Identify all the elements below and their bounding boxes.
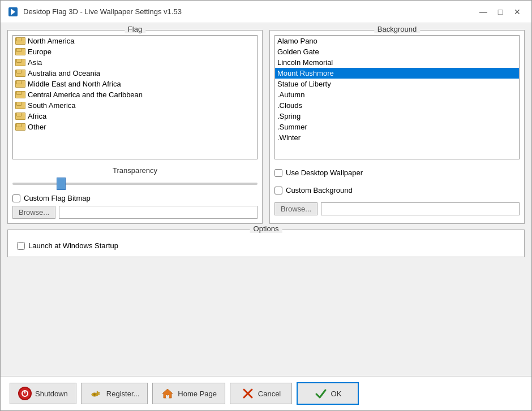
flag-item-label: Asia bbox=[28, 58, 42, 67]
flag-list-item[interactable]: Middle East and North Africa bbox=[13, 79, 257, 89]
ok-icon bbox=[314, 387, 328, 400]
folder-icon bbox=[15, 102, 24, 109]
cancel-icon bbox=[241, 387, 255, 400]
launch-startup-checkbox[interactable] bbox=[17, 242, 25, 250]
main-window: Desktop Flag 3D - Live Wallpaper Setting… bbox=[0, 0, 532, 411]
bottom-bar: Shutdown Register... bbox=[1, 376, 531, 410]
flag-list-item[interactable]: Other bbox=[13, 122, 257, 132]
use-desktop-wallpaper-checkbox[interactable] bbox=[274, 169, 282, 177]
home-icon bbox=[161, 387, 174, 400]
flag-browse-button[interactable]: Browse... bbox=[12, 206, 55, 219]
bg-list-item[interactable]: .Summer bbox=[275, 122, 519, 132]
flag-list-item[interactable]: Africa bbox=[13, 111, 257, 122]
bg-list-item[interactable]: Golden Gate bbox=[275, 46, 519, 57]
folder-icon bbox=[15, 80, 24, 88]
custom-background-label: Custom Background bbox=[286, 186, 353, 194]
bg-list-item[interactable]: .Autumn bbox=[275, 89, 519, 100]
transparency-slider-track bbox=[12, 183, 258, 185]
bg-list-item[interactable]: Mount Rushmore bbox=[275, 68, 519, 79]
bg-item-label: .Clouds bbox=[277, 101, 302, 110]
custom-flag-checkbox[interactable] bbox=[12, 194, 20, 202]
flag-item-label: Central America and the Caribbean bbox=[28, 90, 143, 99]
transparency-section: Transparency bbox=[12, 166, 258, 189]
bg-browse-input[interactable] bbox=[321, 202, 520, 215]
background-panel-label: Background bbox=[374, 25, 420, 33]
bg-browse-button[interactable]: Browse... bbox=[274, 202, 318, 215]
folder-icon bbox=[15, 70, 24, 77]
bg-browse-row: Browse... bbox=[274, 202, 520, 215]
shutdown-button[interactable]: Shutdown bbox=[10, 383, 76, 404]
flag-list-item[interactable]: Europe bbox=[13, 46, 257, 57]
flag-listbox[interactable]: North AmericaEuropeAsiaAustralia and Oce… bbox=[12, 35, 258, 159]
svg-rect-3 bbox=[24, 391, 25, 393]
flag-item-label: Other bbox=[28, 123, 46, 131]
folder-icon bbox=[15, 123, 24, 131]
flag-panel-label: Flag bbox=[125, 25, 145, 33]
background-panel: Background Alamo PanoGolden GateLincoln … bbox=[269, 30, 525, 224]
bg-item-label: Statue of Liberty bbox=[277, 80, 331, 88]
flag-list-item[interactable]: Australia and Oceania bbox=[13, 68, 257, 79]
window-title: Desktop Flag 3D - Live Wallpaper Setting… bbox=[23, 7, 182, 16]
bg-list-item[interactable]: Alamo Pano bbox=[275, 36, 519, 46]
use-desktop-wallpaper-label: Use Desktop Wallpaper bbox=[286, 168, 363, 177]
bg-list-item[interactable]: Statue of Liberty bbox=[275, 79, 519, 89]
homepage-label: Home Page bbox=[178, 390, 217, 398]
flag-browse-row: Browse... bbox=[12, 206, 258, 219]
flag-list-item[interactable]: Asia bbox=[13, 57, 257, 68]
flag-item-label: North America bbox=[28, 37, 74, 45]
register-label: Register... bbox=[106, 390, 140, 398]
bg-item-label: Golden Gate bbox=[277, 47, 319, 56]
title-bar: Desktop Flag 3D - Live Wallpaper Setting… bbox=[1, 1, 531, 23]
svg-rect-11 bbox=[168, 395, 169, 398]
svg-point-5 bbox=[93, 393, 96, 396]
bg-item-label: Alamo Pano bbox=[277, 37, 318, 45]
main-content: Flag North AmericaEuropeAsiaAustralia an… bbox=[1, 23, 531, 376]
svg-rect-10 bbox=[166, 395, 167, 398]
top-panels: Flag North AmericaEuropeAsiaAustralia an… bbox=[7, 30, 525, 224]
cancel-button[interactable]: Cancel bbox=[230, 383, 292, 404]
close-button[interactable]: ✕ bbox=[510, 6, 525, 18]
launch-startup-label: Launch at Windows Startup bbox=[28, 241, 118, 250]
flag-browse-input[interactable] bbox=[59, 206, 258, 219]
background-listbox[interactable]: Alamo PanoGolden GateLincoln MemorialMou… bbox=[274, 35, 520, 159]
flag-list-item[interactable]: South America bbox=[13, 100, 257, 111]
bg-item-label: Mount Rushmore bbox=[277, 69, 334, 77]
bg-list-item[interactable]: .Winter bbox=[275, 132, 519, 143]
ok-label: OK bbox=[331, 390, 342, 398]
ok-button[interactable]: OK bbox=[297, 382, 359, 405]
svg-rect-8 bbox=[98, 394, 100, 395]
flag-item-label: South America bbox=[28, 101, 76, 110]
flag-item-label: Africa bbox=[28, 112, 46, 120]
flag-panel: Flag North AmericaEuropeAsiaAustralia an… bbox=[7, 30, 263, 224]
folder-icon bbox=[15, 59, 24, 66]
register-button[interactable]: Register... bbox=[81, 383, 148, 404]
flag-item-label: Europe bbox=[28, 47, 52, 56]
custom-background-row: Custom Background bbox=[274, 186, 520, 194]
shutdown-label: Shutdown bbox=[35, 390, 68, 398]
folder-icon bbox=[15, 113, 24, 120]
flag-item-label: Australia and Oceania bbox=[28, 69, 100, 77]
transparency-slider-thumb[interactable] bbox=[57, 178, 66, 190]
title-controls: — □ ✕ bbox=[476, 6, 525, 18]
bg-item-label: .Spring bbox=[277, 112, 301, 120]
flag-list-item[interactable]: North America bbox=[13, 36, 257, 46]
flag-item-label: Middle East and North Africa bbox=[28, 80, 121, 88]
bg-item-label: Lincoln Memorial bbox=[277, 58, 333, 67]
flag-list-item[interactable]: Central America and the Caribbean bbox=[13, 89, 257, 100]
shutdown-icon bbox=[18, 387, 32, 400]
custom-background-checkbox[interactable] bbox=[274, 187, 282, 194]
homepage-button[interactable]: Home Page bbox=[152, 383, 225, 404]
svg-rect-7 bbox=[98, 392, 100, 393]
bg-list-item[interactable]: Lincoln Memorial bbox=[275, 57, 519, 68]
launch-startup-row: Launch at Windows Startup bbox=[17, 241, 515, 250]
bg-list-item[interactable]: .Clouds bbox=[275, 100, 519, 111]
app-icon bbox=[7, 6, 19, 18]
transparency-label: Transparency bbox=[113, 166, 157, 175]
maximize-button[interactable]: □ bbox=[493, 6, 508, 18]
title-bar-left: Desktop Flag 3D - Live Wallpaper Setting… bbox=[7, 6, 182, 18]
bg-item-label: .Autumn bbox=[277, 90, 304, 99]
minimize-button[interactable]: — bbox=[476, 6, 491, 18]
bg-list-item[interactable]: .Spring bbox=[275, 111, 519, 122]
use-desktop-wallpaper-row: Use Desktop Wallpaper bbox=[274, 168, 520, 177]
bg-item-label: .Winter bbox=[277, 133, 301, 142]
